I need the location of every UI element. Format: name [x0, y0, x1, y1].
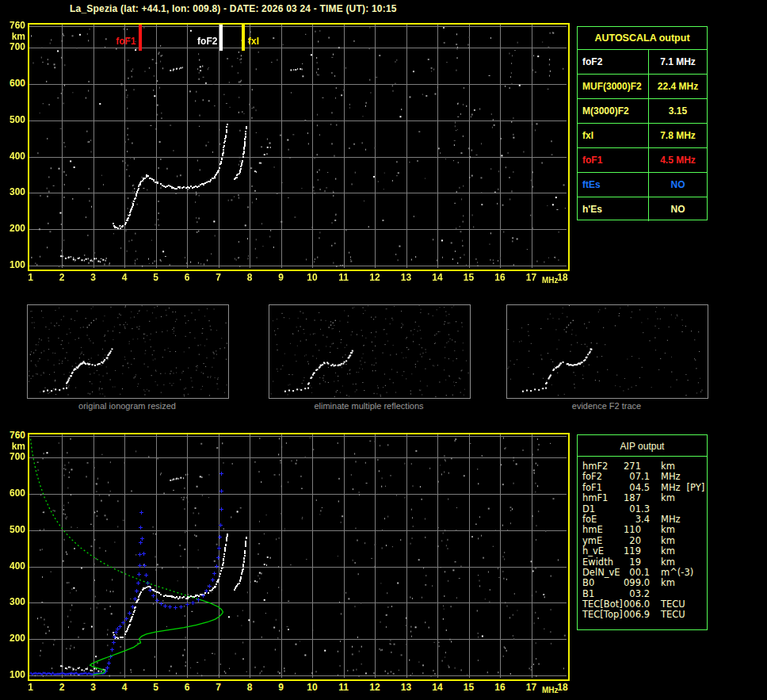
aip-output-panel: AIP output hmF2271kmfoF207.1MHzfoF104.5M… — [577, 434, 708, 630]
autoscala-row-label: ftEs — [578, 173, 649, 197]
aip-row: D101.3 — [582, 504, 707, 514]
y-axis-tick: 600 — [1, 78, 25, 88]
x-axis-tick: 11 — [334, 683, 354, 692]
thumbnail-canvas — [269, 305, 470, 398]
autoscala-row: fxI7.8 MHz — [578, 123, 707, 147]
y-axis-tick: 500 — [1, 115, 25, 124]
x-axis-tick: 6 — [177, 683, 197, 692]
aip-row: foE3.4MHz — [582, 514, 707, 525]
autoscala-row-value: NO — [649, 197, 707, 221]
aip-row: TEC[Bot]006.0TECU — [582, 599, 707, 610]
x-axis-unit: MHz — [542, 687, 559, 694]
thumbnail-1 — [27, 304, 229, 399]
y-axis-tick: 200 — [1, 224, 25, 233]
autoscala-row: foF14.5 MHz — [578, 147, 707, 172]
autoscala-output-rows: foF27.1 MHzMUF(3000)F222.4 MHzM(3000)F23… — [578, 50, 707, 221]
fxI-marker-line — [242, 25, 245, 51]
autoscala-row-value: 7.8 MHz — [649, 124, 707, 147]
aip-row-value-int: 04 — [624, 483, 641, 493]
aip-row-value-int: 006 — [624, 599, 641, 610]
aip-row-value-int: 07 — [624, 472, 641, 482]
y-axis-tick: 400 — [1, 561, 25, 571]
aip-row: B0099.0km — [582, 578, 707, 588]
x-axis-tick: 4 — [114, 683, 135, 692]
aip-row-label: DelN_vE — [582, 568, 624, 578]
aip-row-label: ymE — [582, 536, 624, 546]
aip-row-value-frac — [641, 536, 653, 546]
aip-row-label: hmF1 — [582, 493, 624, 503]
aip-row-extra: [PY] — [687, 483, 705, 493]
autoscala-row: foF27.1 MHz — [578, 50, 707, 74]
x-axis-tick: 1 — [21, 273, 41, 282]
x-axis-tick: 8 — [239, 273, 260, 282]
aip-row-unit: km — [661, 546, 675, 557]
x-axis-tick: 6 — [177, 273, 197, 282]
y-axis-unit: km — [1, 32, 25, 41]
aip-row-unit: TECU — [661, 610, 685, 620]
aip-row-label: foF2 — [582, 472, 624, 482]
y-axis-tick: 700 — [1, 42, 25, 52]
autoscala-row-label: foF2 — [578, 50, 649, 74]
aip-row: foF207.1MHz — [582, 472, 707, 482]
thumbnail-caption: evidence F2 trace — [506, 401, 708, 411]
y-axis-tick: 500 — [1, 525, 25, 534]
aip-row-value-frac — [641, 557, 653, 568]
autoscala-row-label: fxI — [578, 124, 649, 147]
scaled-ionogram-plot: foF1foF2fxI — [28, 23, 570, 271]
aip-row-value-int: 00 — [624, 568, 641, 578]
aip-row-unit: TECU — [661, 599, 685, 610]
aip-row-label: TEC[Top] — [582, 610, 624, 620]
thumbnail-caption: original ionogram resized — [26, 401, 228, 411]
foF1-marker-label: foF1 — [116, 36, 135, 46]
aip-row-value-int: 271 — [624, 461, 641, 472]
x-axis-tick: 13 — [396, 273, 417, 282]
x-axis-tick: 16 — [490, 273, 510, 282]
aip-row: h_vE119km — [582, 546, 707, 557]
x-axis-tick: 5 — [146, 683, 166, 692]
y-axis-tick: 760 — [1, 430, 25, 440]
aip-row-unit: km — [661, 557, 675, 568]
x-axis-tick: 16 — [490, 683, 510, 692]
x-axis-tick: 5 — [146, 273, 166, 282]
aip-row-label: foE — [582, 514, 624, 525]
aip-row-label: B1 — [582, 589, 624, 599]
x-axis-tick: 10 — [302, 273, 322, 282]
autoscala-row-label: MUF(3000)F2 — [578, 75, 649, 98]
y-axis-tick: 100 — [1, 670, 25, 679]
profile-ionogram-plot — [28, 433, 570, 681]
autoscala-row-label: M(3000)F2 — [578, 99, 649, 123]
aip-row-value-frac: .1 — [641, 472, 653, 482]
aip-row-label: B0 — [582, 578, 624, 588]
x-axis-tick: 3 — [83, 273, 104, 282]
y-axis-tick: 600 — [1, 488, 25, 498]
aip-row-label: hmE — [582, 525, 624, 535]
aip-row: hmF2271km — [582, 461, 707, 472]
x-axis-tick: 8 — [239, 683, 260, 692]
aip-row-label: Ewidth — [582, 557, 624, 568]
x-axis-tick: 1 — [21, 683, 41, 692]
station-title: La_Spezia (lat: +44.1, lon: 009.8) - DAT… — [70, 3, 397, 14]
x-axis-tick: 17 — [521, 683, 542, 692]
aip-row-unit: MHz — [661, 483, 681, 493]
y-axis-tick: 300 — [1, 187, 25, 197]
aip-row-label: h_vE — [582, 546, 624, 557]
thumbnail-2 — [269, 304, 471, 399]
aip-row-value-int: 01 — [624, 504, 641, 514]
aip-row: B103.2 — [582, 589, 707, 599]
aip-row: hmF1187km — [582, 493, 707, 503]
aip-row-value-frac: .9 — [641, 610, 653, 620]
x-axis-tick: 4 — [114, 273, 135, 282]
aip-row-unit: km — [661, 493, 675, 503]
x-axis-tick: 17 — [521, 273, 542, 282]
autoscala-row: MUF(3000)F222.4 MHz — [578, 74, 707, 98]
x-axis-tick: 15 — [459, 683, 479, 692]
y-axis-tick: 760 — [1, 21, 25, 30]
aip-row: TEC[Top]006.9TECU — [582, 610, 707, 620]
thumbnail-canvas — [28, 305, 228, 398]
scaled-ionogram-canvas — [29, 25, 568, 270]
aip-row: Ewidth19km — [582, 557, 707, 568]
aip-row-unit: MHz — [661, 472, 681, 482]
aip-row-value-int: 187 — [624, 493, 641, 503]
thumbnail-canvas — [507, 305, 708, 398]
x-axis-tick: 2 — [52, 683, 72, 692]
